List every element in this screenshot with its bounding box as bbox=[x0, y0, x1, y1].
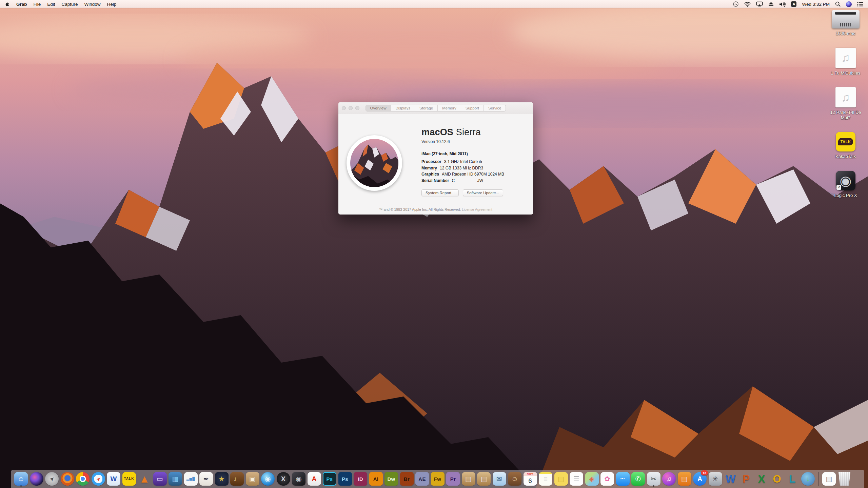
apple-menu[interactable] bbox=[5, 1, 10, 7]
spotlight-icon[interactable] bbox=[835, 1, 841, 7]
desktop-icon-label: Logic Pro X bbox=[834, 193, 857, 198]
dock-logic-pro-icon[interactable]: ◉ bbox=[292, 471, 305, 487]
dock-trash-icon[interactable] bbox=[838, 471, 851, 487]
desktop-icon-logic-pro-x[interactable]: ◉↗Logic Pro X bbox=[834, 171, 857, 198]
license-agreement-link[interactable]: License Agreement bbox=[462, 207, 492, 211]
dock-facetime-icon[interactable]: ✆ bbox=[631, 471, 645, 487]
menu-clock[interactable]: Wed 3:32 PM bbox=[802, 2, 830, 7]
dock-indesign-icon[interactable]: ID bbox=[354, 471, 367, 487]
spec-processor: Processor3.1 GHz Intel Core i5 bbox=[421, 159, 528, 165]
sierra-thumbnail-image bbox=[350, 139, 398, 187]
dock-outlook-icon[interactable]: O bbox=[770, 471, 784, 487]
menu-edit[interactable]: Edit bbox=[47, 2, 55, 7]
wifi-icon[interactable] bbox=[744, 1, 751, 7]
desktop-icon-1000-mac[interactable]: 1000-mac bbox=[832, 10, 860, 36]
desktop-icon-parle-t-il-de-moi[interactable]: ♫12 Parle-T-Il De Moi? bbox=[826, 87, 866, 120]
dock-photoshop-cs5-icon[interactable]: Ps bbox=[338, 471, 352, 487]
dock: ☺➤➤WTALK▲▭▦▂▅█✒★♩▣◉X◉APsPsIDAiDwBrAEFwPr… bbox=[11, 470, 864, 488]
dock-launchpad-icon[interactable]: ➤ bbox=[45, 471, 59, 487]
tab-service[interactable]: Service bbox=[484, 105, 506, 111]
dock-vlc-icon[interactable]: ▲ bbox=[138, 471, 151, 487]
desktop-icon-kakaotalk[interactable]: TALKKakaoTalk bbox=[835, 132, 856, 159]
dock-app-store-icon[interactable]: A13 bbox=[693, 471, 707, 487]
window-titlebar[interactable]: OverviewDisplaysStorageMemorySupportServ… bbox=[338, 102, 533, 114]
dock-archive-utility-2-icon[interactable]: ▤ bbox=[477, 471, 491, 487]
dock-stickies-icon[interactable]: ▤ bbox=[554, 471, 568, 487]
dock-after-effects-icon[interactable]: AE bbox=[415, 471, 429, 487]
menu-capture[interactable]: Capture bbox=[62, 2, 78, 7]
dock-siri-icon[interactable] bbox=[30, 471, 43, 487]
airplay-display-icon[interactable] bbox=[756, 1, 763, 7]
minimize-button[interactable] bbox=[349, 106, 353, 110]
dock-toast-titanium-icon[interactable]: ▭ bbox=[153, 471, 167, 487]
dock-photos-icon[interactable]: ✿ bbox=[600, 471, 614, 487]
dock-x-app-icon[interactable]: X bbox=[277, 471, 290, 487]
desktop-icon-label: KakaoTalk bbox=[835, 154, 856, 159]
dock-system-preferences-icon[interactable]: ✳ bbox=[709, 471, 722, 487]
dock-imovie-icon[interactable]: ★ bbox=[215, 471, 229, 487]
menu-file[interactable]: File bbox=[34, 2, 41, 7]
dock-dvd-video-icon[interactable]: ◉ bbox=[261, 471, 275, 487]
dock-numbers-icon[interactable]: ▂▅█ bbox=[184, 471, 198, 487]
software-update-button[interactable]: Software Update... bbox=[463, 189, 503, 196]
desktop-icon-tu-moublies[interactable]: ♫1 Tu M'Oublies bbox=[831, 48, 860, 76]
dock-reminders-icon[interactable]: ☰ bbox=[570, 471, 583, 487]
dock-chrome-icon[interactable] bbox=[76, 471, 90, 487]
about-this-mac-window[interactable]: OverviewDisplaysStorageMemorySupportServ… bbox=[338, 102, 533, 215]
dock-word-icon[interactable]: W bbox=[724, 471, 737, 487]
dock-pages-icon[interactable]: ✒ bbox=[199, 471, 213, 487]
zoom-button[interactable] bbox=[355, 106, 359, 110]
dock-mail-icon[interactable]: ✉ bbox=[493, 471, 506, 487]
dock-ibooks-icon[interactable]: ▤ bbox=[678, 471, 691, 487]
dock-lync-icon[interactable]: L bbox=[786, 471, 799, 487]
tab-memory[interactable]: Memory bbox=[438, 105, 461, 111]
dock-powerpoint-icon[interactable]: P bbox=[739, 471, 753, 487]
dock-garageband-icon[interactable]: ♩ bbox=[230, 471, 244, 487]
dock-itunes-icon[interactable]: ♫ bbox=[662, 471, 676, 487]
dock-illustrator-icon[interactable]: Ai bbox=[369, 471, 383, 487]
dock-dreamweaver-icon[interactable]: Dw bbox=[384, 471, 398, 487]
dock-firefox-icon[interactable] bbox=[61, 471, 74, 487]
dock-finder-icon[interactable]: ☺ bbox=[14, 471, 28, 487]
copyright-text: ™ and © 1983-2017 Apple Inc. All Rights … bbox=[379, 207, 461, 211]
tab-displays[interactable]: Displays bbox=[391, 105, 415, 111]
tab-overview[interactable]: Overview bbox=[366, 105, 391, 111]
os-version: Version 10.12.6 bbox=[421, 139, 528, 144]
notification-center-icon[interactable] bbox=[857, 1, 863, 7]
dock-notes-icon[interactable]: ≡ bbox=[539, 471, 552, 487]
dock-archive-utility-1-icon[interactable]: ▤ bbox=[462, 471, 475, 487]
tab-storage[interactable]: Storage bbox=[415, 105, 438, 111]
dock-safari-icon[interactable]: ➤ bbox=[92, 471, 105, 487]
system-report-button[interactable]: System Report... bbox=[421, 189, 459, 196]
dock-maps-icon[interactable]: ◈ bbox=[585, 471, 599, 487]
dock-photoshop-cs6-icon[interactable]: Ps bbox=[323, 471, 336, 487]
kakao-icon: TALK bbox=[836, 132, 855, 151]
creative-cloud-icon[interactable] bbox=[733, 1, 739, 7]
eject-icon[interactable] bbox=[768, 1, 774, 7]
dock-excel-icon[interactable]: X bbox=[755, 471, 768, 487]
dock-kakaotalk-icon[interactable]: TALK bbox=[122, 471, 136, 487]
dock-messages-icon[interactable]: ••• bbox=[616, 471, 630, 487]
dock-calendar-icon[interactable]: NOV6 bbox=[524, 471, 537, 487]
dock-keynote-icon[interactable]: ▦ bbox=[169, 471, 182, 487]
apple-icon bbox=[5, 1, 10, 7]
dock-acrobat-icon[interactable]: A bbox=[308, 471, 321, 487]
dock-grab-icon[interactable]: ✂ bbox=[647, 471, 660, 487]
menu-grab[interactable]: Grab bbox=[16, 2, 27, 7]
tab-support[interactable]: Support bbox=[461, 105, 484, 111]
volume-icon[interactable] bbox=[779, 1, 786, 7]
dock-wordweb-icon[interactable]: W bbox=[107, 471, 120, 487]
dock-net-downloader-icon[interactable]: ↓ bbox=[801, 471, 815, 487]
menu-help[interactable]: Help bbox=[107, 2, 117, 7]
siri-menu-icon[interactable] bbox=[846, 1, 852, 7]
dock-contacts-icon[interactable]: ☺ bbox=[508, 471, 521, 487]
menu-window[interactable]: Window bbox=[84, 2, 101, 7]
dock-document-window-icon[interactable]: ▤ bbox=[822, 471, 836, 487]
dock-scrapbook-icon[interactable]: ▣ bbox=[246, 471, 259, 487]
input-source-icon[interactable]: A bbox=[791, 1, 796, 7]
desktop: GrabFileEditCaptureWindowHelp A Wed 3:32… bbox=[0, 0, 868, 488]
dock-bridge-icon[interactable]: Br bbox=[400, 471, 414, 487]
dock-fireworks-icon[interactable]: Fw bbox=[431, 471, 445, 487]
close-button[interactable] bbox=[342, 106, 346, 110]
dock-premiere-icon[interactable]: Pr bbox=[446, 471, 460, 487]
